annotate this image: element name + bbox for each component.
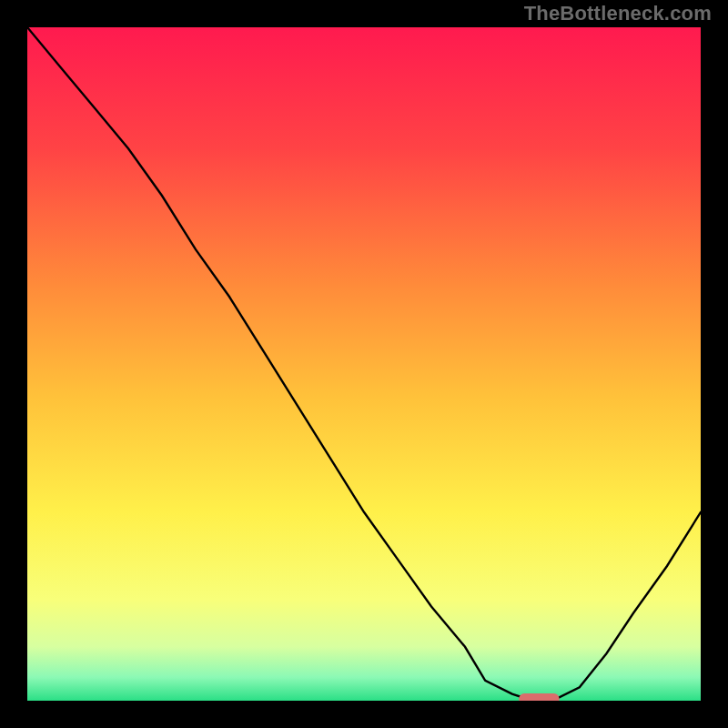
plot-area (27, 27, 701, 701)
optimal-marker (519, 693, 559, 701)
gradient-rect (27, 27, 701, 701)
chart-svg (27, 27, 701, 701)
watermark-text: TheBottleneck.com (524, 2, 712, 25)
chart-frame: TheBottleneck.com (0, 0, 728, 728)
